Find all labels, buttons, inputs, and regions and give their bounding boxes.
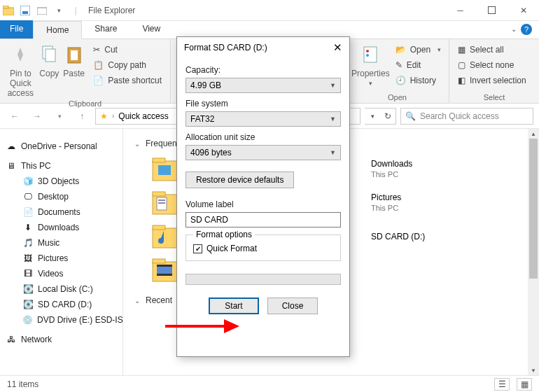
checkbox-checked-icon: ✔ [193,244,202,253]
recent-locations-button[interactable]: ▾ [50,107,69,125]
item-count: 11 items [7,379,38,389]
back-button[interactable]: ← [6,107,24,125]
tree-downloads[interactable]: ⬇Downloads [3,220,120,235]
tab-share[interactable]: Share [82,20,130,38]
dialog-title: Format SD CARD (D:) [184,43,267,52]
folder-sdcard[interactable]: SD CARD (D:) [371,232,425,242]
scroll-thumb[interactable] [529,139,538,279]
svg-point-13 [366,54,369,57]
paste-shortcut-button[interactable]: 📄Paste shortcut [90,73,164,88]
tab-file[interactable]: File [0,20,33,38]
tree-thispc[interactable]: 🖥This PC [3,158,120,174]
selectall-icon: ▦ [458,45,465,55]
scroll-up-icon[interactable]: ▲ [528,129,539,139]
tree-desktop[interactable]: 🖵Desktop [3,189,120,204]
paste-button[interactable]: Paste [63,42,85,78]
tree-onedrive[interactable]: ☁OneDrive - Personal [3,139,120,154]
tree-network[interactable]: 🖧Network [3,332,120,347]
history-button[interactable]: 🕘History [393,73,444,88]
scissors-icon: ✂ [93,45,100,55]
volume-label-label: Volume label [186,200,341,209]
ribbon-collapse-icon[interactable]: ⌄ [511,25,517,33]
tab-view[interactable]: View [130,20,173,38]
svg-rect-0 [3,8,14,15]
svg-marker-6 [18,48,23,62]
cube-icon: 🧊 [22,176,34,187]
music-icon: 🎵 [22,237,34,248]
tab-home[interactable]: Home [33,21,82,39]
tree-music[interactable]: 🎵Music [3,235,120,251]
help-icon[interactable]: ? [521,24,532,35]
forward-button[interactable]: → [28,107,46,125]
svg-rect-15 [153,158,165,162]
svg-rect-4 [37,8,47,15]
documents-icon: 📄 [22,206,34,218]
format-options-group: Format options ✔ Quick Format [186,234,341,261]
group-select: Select [455,92,533,102]
view-icons-button[interactable]: ▦ [517,378,532,391]
capacity-select[interactable]: 4.99 GB▼ [186,78,341,93]
tree-videos[interactable]: 🎞Videos [3,266,120,281]
qat-dropdown-icon[interactable]: ▾ [50,3,67,18]
tree-3dobjects[interactable]: 🧊3D Objects [3,174,120,189]
qat-newfolder-icon[interactable] [34,3,50,18]
folder-pictures[interactable]: PicturesThis PC [371,192,401,214]
cloud-icon: ☁ [6,141,17,152]
svg-rect-3 [22,11,28,14]
cut-button[interactable]: ✂Cut [90,42,164,57]
filesystem-select[interactable]: FAT32▼ [186,111,341,127]
svg-point-12 [366,50,369,52]
quick-format-checkbox[interactable]: ✔ Quick Format [193,244,333,253]
tree-documents[interactable]: 📄Documents [3,204,120,220]
desktop-icon: 🖵 [22,191,34,202]
copy-button[interactable]: Copy [38,42,60,78]
explorer-icon [0,3,17,18]
close-dialog-button[interactable]: Close [267,298,318,314]
up-button[interactable]: ↑ [73,107,91,125]
open-icon: 📂 [396,45,406,55]
address-dropdown-button[interactable]: ▾ [365,108,380,124]
tree-pictures[interactable]: 🖼Pictures [3,251,120,266]
status-bar: 11 items ☰ ▦ [0,375,539,392]
refresh-button[interactable]: ↻ [380,108,396,124]
vertical-scrollbar[interactable]: ▲ ▼ [528,129,539,375]
maximize-button[interactable] [476,0,507,21]
start-button[interactable]: Start [209,298,259,314]
svg-rect-11 [364,47,377,62]
copypath-icon: 📋 [93,60,104,70]
view-details-button[interactable]: ☰ [494,378,510,391]
videos-icon: 🎞 [22,268,34,279]
scroll-down-icon[interactable]: ▼ [528,365,539,375]
allocation-select[interactable]: 4096 bytes▼ [186,145,341,160]
edit-button[interactable]: ✎Edit [393,57,444,73]
dialog-close-button[interactable]: ✕ [333,41,342,54]
copy-path-button[interactable]: 📋Copy path [90,57,164,73]
minimize-button[interactable]: ─ [444,0,476,21]
window-title: File Explorer [88,6,135,15]
select-all-button[interactable]: ▦Select all [455,42,529,57]
volume-label-input[interactable]: SD CARD [186,212,341,227]
drive-icon: 💽 [22,284,34,295]
folder-downloads[interactable]: DownloadsThis PC [371,159,412,180]
svg-rect-25 [153,259,165,263]
restore-defaults-button[interactable]: Restore device defaults [186,172,294,188]
svg-rect-27 [157,265,172,267]
disc-icon: 💿 [22,314,33,326]
search-input[interactable]: 🔍 Search Quick access [400,108,533,125]
select-none-button[interactable]: ▢Select none [455,57,529,73]
svg-rect-1 [3,6,8,8]
format-dialog: Format SD CARD (D:) ✕ Capacity: 4.99 GB▼… [176,36,350,357]
selectnone-icon: ▢ [458,60,465,70]
tree-dvd-e[interactable]: 💿DVD Drive (E:) ESD-IS [3,312,120,328]
qat-save-icon[interactable] [17,3,34,18]
tree-sdcard-d[interactable]: 💽SD CARD (D:) [3,297,120,312]
pin-quick-access-button[interactable]: Pin to Quick access [6,42,36,98]
invert-selection-button[interactable]: ◧Invert selection [455,73,529,88]
chevron-down-icon: ▼ [330,149,336,156]
svg-rect-5 [489,7,496,14]
open-button[interactable]: 📂Open▾ [393,42,444,57]
tree-localdisk-c[interactable]: 💽Local Disk (C:) [3,281,120,297]
close-button[interactable]: ✕ [507,0,539,21]
quickaccess-icon: ★ [100,111,108,121]
properties-button[interactable]: Properties ▾ [351,42,390,87]
